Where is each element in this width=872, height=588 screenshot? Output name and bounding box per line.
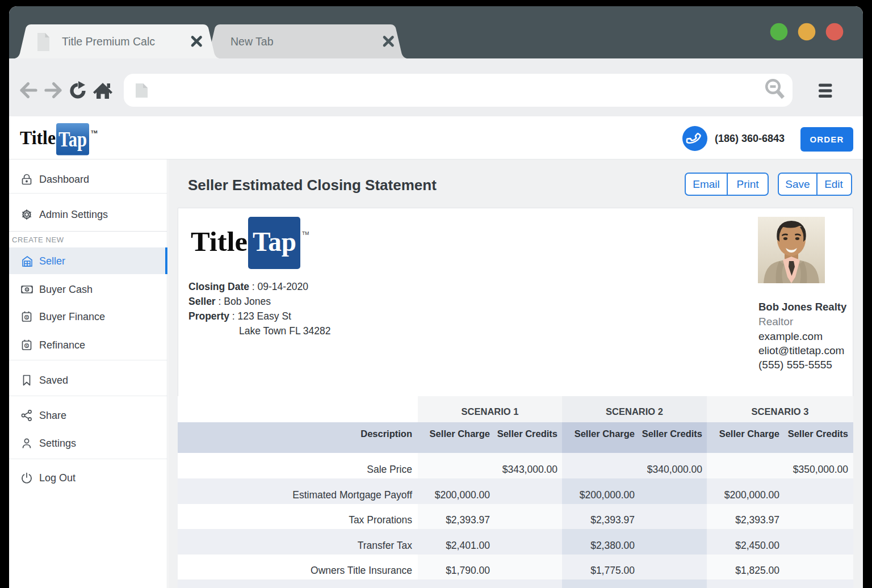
- svg-text:Tap: Tap: [58, 128, 87, 151]
- svg-text:Title: Title: [191, 226, 248, 257]
- svg-text:TM: TM: [91, 129, 98, 135]
- svg-text:Title: Title: [20, 128, 56, 148]
- svg-text:TM: TM: [302, 230, 309, 236]
- svg-text:Tap: Tap: [253, 226, 296, 257]
